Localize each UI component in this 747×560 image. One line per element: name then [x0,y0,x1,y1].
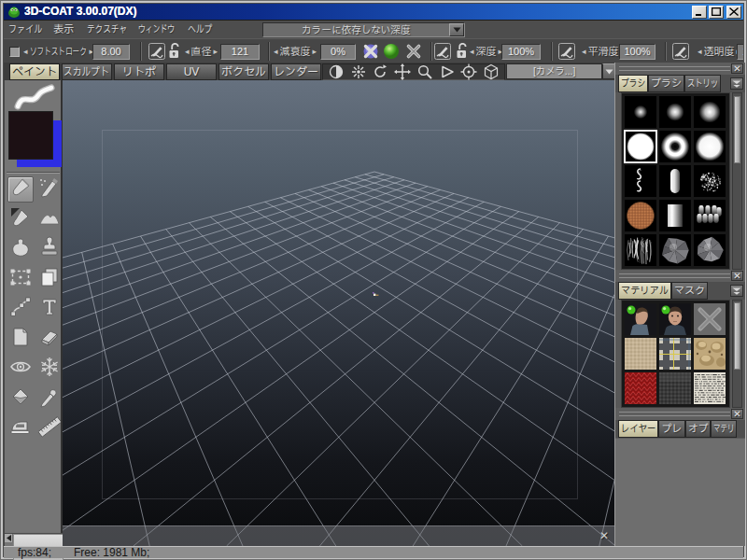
room-tab-4[interactable]: ボクセル [218,63,269,80]
brush-thumb-soft-dot-small[interactable] [625,96,656,128]
tool-copy-pages[interactable] [36,266,63,292]
radius-value[interactable]: 121 [220,44,260,60]
brush-panel-grip[interactable]: ✕ [615,63,745,75]
camera-dropdown[interactable]: [カメラ...] [506,63,602,79]
tool-fill[interactable] [7,385,34,412]
material-scroll-thumb[interactable] [734,302,740,370]
material-scrollbar[interactable] [732,300,742,408]
tool-brush-sharp[interactable] [7,206,34,232]
brush-thumb-soft-circle-big[interactable] [694,131,726,162]
material-thumb-fabric-dark[interactable] [659,372,691,404]
material-tab-1[interactable]: マスク [671,282,708,300]
brush-tab-1[interactable]: ブラシ [648,75,684,92]
brush-thumb-hard-circle[interactable] [625,131,656,162]
brush-thumb-fabric-orange[interactable] [625,200,656,231]
menu-item-4[interactable]: ヘルプ [188,21,213,38]
material-tab-0[interactable]: マテリアル [618,282,671,300]
tool-spline[interactable] [7,296,34,322]
room-tab-3[interactable]: UV [166,63,217,80]
material-thumb-text-page[interactable] [694,372,726,404]
spin-right-arrow[interactable]: ▸ [311,48,319,56]
material-thumb-plaid[interactable] [659,338,691,370]
brush-tab-2[interactable]: ストリッ [684,75,721,92]
tool-freeze[interactable] [36,356,63,382]
primary-color-swatch[interactable] [8,111,53,160]
brush-scrollbar[interactable] [732,92,742,270]
brush-thumb-bumps[interactable] [694,200,726,231]
brush-thumb-speckle[interactable] [694,165,726,197]
spin-left-arrow[interactable]: ◂ [272,48,280,56]
brush-thumb-chain[interactable] [625,165,656,197]
tab-overflow-icon[interactable] [730,285,743,297]
material-thumb-leather-beige[interactable] [694,338,726,370]
target-icon[interactable] [459,64,478,80]
brush-thumb-soft-dot-large[interactable] [694,96,726,128]
viewport-bottom-bar[interactable]: ✕ [63,525,614,546]
pen-pressure-icon[interactable] [148,43,165,60]
soft-stroke-checkbox[interactable] [9,47,20,57]
material-thumb-none-x[interactable] [694,303,726,335]
material-thumb-canvas-tan[interactable] [625,338,656,370]
depth-value[interactable]: 100% [501,44,541,60]
brush-thumb-rock-light[interactable] [694,234,726,266]
spin-left-arrow[interactable]: ◂ [183,48,191,56]
close-button[interactable] [726,6,741,19]
burst-light-icon[interactable] [349,64,368,80]
brush-tab-0[interactable]: ブラシ [618,75,648,92]
play-arrow-icon[interactable] [438,64,457,80]
menu-item-2[interactable]: テクスチャ [87,21,128,38]
brush-thumb-ring[interactable] [659,131,691,162]
depth-mode-dropdown[interactable]: カラーに依存しない深度 [262,22,465,37]
zoom-icon[interactable] [416,64,434,80]
layers-tab-1[interactable]: プレ [658,420,685,438]
room-tab-5[interactable]: レンダー [271,63,321,80]
tool-ruler[interactable] [36,415,63,441]
cross-blue-icon[interactable] [362,43,379,60]
layers-content[interactable] [615,438,745,546]
room-tab-2[interactable]: リトポ [114,63,164,80]
material-panel-grip[interactable]: ✕ [615,270,745,282]
spin-left-arrow[interactable]: ◂ [21,48,30,56]
soft-stroke-value[interactable]: 8.00 [92,44,130,60]
tool-airbrush[interactable] [36,176,63,203]
menu-item-1[interactable]: 表示 [53,21,74,38]
tool-page-corner[interactable] [7,326,34,352]
material-thumb-photo-head-front[interactable] [659,303,691,335]
tool-blob[interactable] [7,236,34,262]
lock-open-icon[interactable] [167,43,180,60]
tool-brush[interactable] [7,176,34,203]
room-tab-0[interactable]: ペイント [9,63,60,80]
spin-right-arrow[interactable]: ▸ [212,48,220,56]
tool-stamp[interactable] [36,236,63,262]
room-tab-1[interactable]: スカルプト [62,63,112,80]
layers-tab-2[interactable]: オブ [685,420,711,438]
moon-shade-icon[interactable] [327,64,345,80]
maximize-button[interactable] [709,6,724,19]
layers-tab-3[interactable]: マテリ [711,420,737,438]
tool-sidebar-scrollbar[interactable] [5,533,63,542]
menu-item-0[interactable]: ファイル [8,21,43,38]
brush-scroll-thumb[interactable] [734,96,740,163]
smooth-value[interactable]: 100% [619,44,655,60]
layers-tab-0[interactable]: レイヤー [618,420,658,438]
spin-left-arrow[interactable]: ◂ [468,48,476,56]
tool-eraser[interactable] [36,326,63,352]
stroke-preview[interactable] [8,82,59,112]
tool-iron[interactable] [7,415,34,441]
spin-left-arrow[interactable]: ◂ [696,48,704,56]
close-icon[interactable]: ✕ [598,529,611,542]
dropdown-arrow-icon[interactable] [449,23,464,36]
brush-thumb-cylinder[interactable] [659,200,691,231]
cross-gray-icon[interactable] [405,43,422,60]
brush-thumb-soft-dot-medium[interactable] [659,96,691,128]
falloff-value[interactable]: 0% [320,44,356,60]
brush-thumb-scratches[interactable] [625,234,656,266]
tool-eye[interactable] [7,356,34,382]
minimize-button[interactable] [692,6,707,19]
opacity-value[interactable]: 100% [737,44,743,60]
scroll-left-arrow[interactable] [5,534,13,542]
pan-icon[interactable] [393,64,412,80]
tool-picker[interactable] [36,385,63,412]
cube-icon[interactable] [482,64,500,80]
rotate-icon[interactable] [371,64,389,80]
